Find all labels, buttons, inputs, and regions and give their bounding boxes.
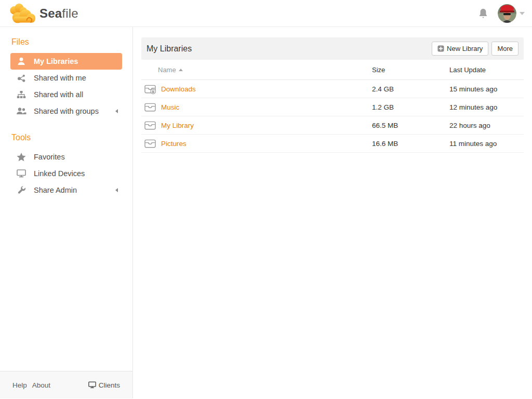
avatar[interactable] [498,4,516,23]
new-library-label: New Library [447,45,483,52]
sort-ascending-icon [179,69,183,71]
collapse-triangle-icon [115,188,118,192]
sort-by-name[interactable]: Name [158,66,183,74]
sidebar-item-favorites[interactable]: Favorites [10,149,122,165]
sidebar-item-label: Favorites [34,153,65,161]
main-panel: My Libraries New Library More Name [133,27,532,398]
sidebar-item-my-libraries[interactable]: My Libraries [10,53,122,70]
library-last-update: 11 minutes ago [449,140,524,148]
sidebar-item-label: Shared with me [34,74,86,82]
plus-icon [437,45,444,52]
library-size: 2.4 GB [372,85,449,93]
table-row[interactable]: Music 1.2 GB 12 minutes ago [141,98,524,116]
share-icon [16,73,27,83]
organization-icon [16,89,27,100]
sidebar-item-share-admin[interactable]: Share Admin [10,182,122,198]
cloud-logo-icon [7,3,36,24]
sidebar-item-shared-with-me[interactable]: Shared with me [10,70,122,86]
library-link[interactable]: Music [161,103,179,111]
clients-label: Clients [99,381,120,389]
sidebar-heading-files: Files [11,37,132,47]
library-last-update: 15 minutes ago [449,85,524,93]
sidebar-item-label: My Libraries [34,57,78,65]
table-row[interactable]: Downloads 2.4 GB 15 minutes ago [141,80,524,98]
seafile-logo[interactable]: Seafile [7,3,78,24]
monitor-icon [88,381,96,389]
wrench-icon [16,185,27,195]
collapse-triangle-icon [115,109,118,113]
clients-link[interactable]: Clients [88,381,120,389]
sidebar-item-label: Shared with groups [34,107,99,115]
chevron-down-icon[interactable] [520,12,525,15]
new-library-button[interactable]: New Library [432,42,488,56]
sidebar-item-shared-with-all[interactable]: Shared with all [10,86,122,103]
sidebar-heading-tools: Tools [11,133,132,142]
library-last-update: 12 minutes ago [449,103,524,111]
column-header-name: Name [158,66,176,74]
table-row[interactable]: Pictures 16.6 MB 11 minutes ago [141,135,524,153]
user-icon [16,56,27,66]
table-header: Name Size Last Update [141,60,524,80]
library-size: 1.2 GB [372,103,449,111]
sidebar-item-label: Share Admin [34,186,77,194]
library-encrypted-icon [144,84,156,95]
topbar: Seafile [0,0,532,27]
column-header-last-update: Last Update [449,66,524,74]
about-link[interactable]: About [32,381,50,389]
library-last-update: 22 hours ago [449,122,524,129]
library-link[interactable]: Pictures [161,140,187,148]
page-title: My Libraries [147,44,192,54]
sidebar-item-label: Linked Devices [34,169,85,178]
sidebar-item-linked-devices[interactable]: Linked Devices [10,165,122,182]
sidebar: Files My Libraries Shared with me [0,27,133,398]
account-menu[interactable] [498,4,525,23]
table-row[interactable]: My Library 66.5 MB 22 hours ago [141,116,524,135]
sidebar-footer: Help About Clients [0,371,132,398]
users-icon [16,106,27,116]
sidebar-item-shared-with-groups[interactable]: Shared with groups [10,103,122,119]
libraries-table: Name Size Last Update D [141,60,524,153]
star-icon [16,152,27,162]
column-header-size: Size [372,66,449,74]
library-icon [144,138,156,149]
library-icon [144,102,156,113]
library-size: 66.5 MB [372,122,449,129]
more-button[interactable]: More [491,42,518,56]
library-link[interactable]: My Library [161,122,194,129]
logo-text: Seafile [39,6,78,21]
library-icon [144,120,156,131]
help-link[interactable]: Help [12,381,27,389]
sidebar-item-label: Shared with all [34,90,83,99]
notifications-bell-icon[interactable] [478,8,488,19]
main-header: My Libraries New Library More [141,37,524,60]
monitor-icon [16,168,27,179]
library-link[interactable]: Downloads [161,85,196,93]
library-size: 16.6 MB [372,140,449,148]
